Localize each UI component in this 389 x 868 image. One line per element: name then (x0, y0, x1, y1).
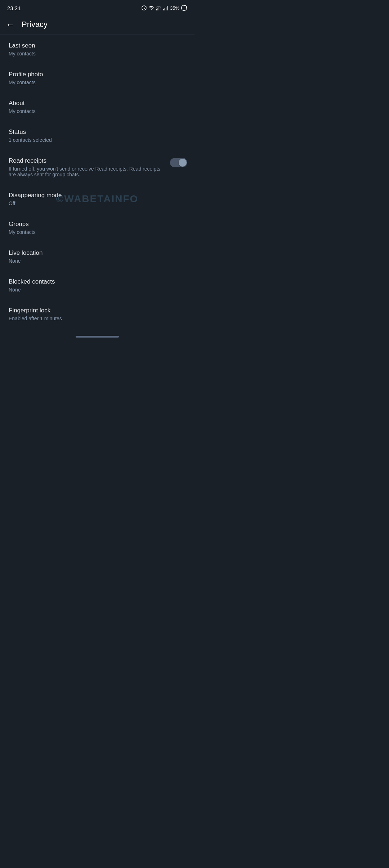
settings-list: Last seen My contacts Profile photo My c… (0, 35, 194, 329)
status-bar: 23:21 (0, 0, 194, 15)
read-receipts-toggle[interactable] (170, 158, 187, 167)
groups-subtitle: My contacts (9, 229, 187, 235)
svg-rect-1 (157, 8, 158, 10)
svg-rect-6 (166, 7, 166, 10)
battery-text: 35% (170, 5, 179, 11)
signal-icon (156, 5, 161, 11)
blocked-contacts-subtitle: None (9, 287, 187, 293)
page-title: Privacy (22, 20, 48, 29)
wifi-icon (148, 5, 154, 11)
groups-title: Groups (9, 221, 187, 228)
settings-item-last-seen[interactable]: Last seen My contacts (0, 35, 194, 64)
battery-icon (181, 5, 187, 11)
fingerprint-lock-title: Fingerprint lock (9, 307, 187, 314)
settings-item-profile-photo[interactable]: Profile photo My contacts (0, 64, 194, 92)
svg-rect-7 (167, 6, 167, 10)
status-title: Status (9, 128, 187, 136)
settings-item-live-location[interactable]: Live location None (0, 242, 194, 271)
bottom-nav-indicator (0, 329, 194, 340)
settings-item-status[interactable]: Status 1 contacts selected (0, 121, 194, 150)
settings-item-about[interactable]: About My contacts (0, 92, 194, 121)
read-receipts-toggle-container (170, 157, 187, 167)
read-receipts-title: Read receipts (9, 157, 164, 164)
settings-item-groups[interactable]: Groups My contacts (0, 213, 194, 242)
last-seen-subtitle: My contacts (9, 51, 187, 56)
svg-rect-5 (165, 8, 165, 10)
profile-photo-title: Profile photo (9, 71, 187, 78)
disappearing-mode-subtitle: Off (9, 200, 187, 206)
settings-item-fingerprint-lock[interactable]: Fingerprint lock Enabled after 1 minutes (0, 300, 194, 329)
settings-item-blocked-contacts[interactable]: Blocked contacts None (0, 271, 194, 300)
profile-photo-subtitle: My contacts (9, 80, 187, 85)
about-title: About (9, 100, 187, 107)
settings-item-read-receipts[interactable]: Read receipts If turned off, you won't s… (0, 150, 194, 185)
settings-item-disappearing-mode[interactable]: Disappearing mode Off ©WABETAINFO (0, 185, 194, 213)
toggle-knob (179, 159, 187, 167)
last-seen-title: Last seen (9, 42, 187, 49)
live-location-subtitle: None (9, 258, 187, 264)
disappearing-mode-title: Disappearing mode (9, 192, 187, 199)
read-receipts-subtitle: If turned off, you won't send or receive… (9, 166, 164, 177)
svg-rect-0 (156, 9, 157, 10)
svg-rect-4 (163, 9, 164, 10)
home-indicator (76, 336, 119, 338)
status-time: 23:21 (7, 5, 21, 11)
app-bar: ← Privacy (0, 15, 194, 35)
back-button[interactable]: ← (6, 19, 14, 30)
blocked-contacts-title: Blocked contacts (9, 278, 187, 285)
svg-rect-3 (160, 6, 160, 10)
live-location-title: Live location (9, 249, 187, 257)
alarm-icon (141, 5, 147, 11)
svg-rect-2 (158, 7, 159, 10)
status-subtitle: 1 contacts selected (9, 137, 187, 143)
about-subtitle: My contacts (9, 108, 187, 114)
fingerprint-lock-subtitle: Enabled after 1 minutes (9, 316, 187, 321)
status-icons: 35% (141, 5, 187, 11)
signal2-icon (163, 5, 169, 11)
